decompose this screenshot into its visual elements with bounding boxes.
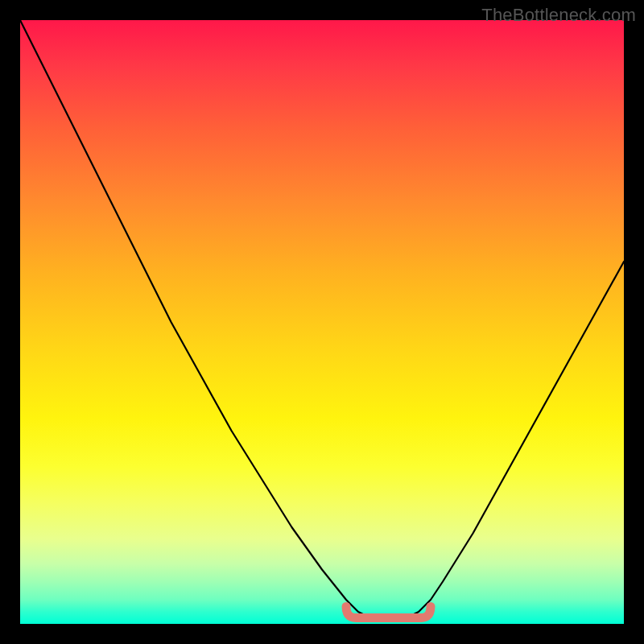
plot-area [20, 20, 624, 624]
chart-frame: TheBottleneck.com [0, 0, 644, 644]
chart-svg [20, 20, 624, 624]
bottleneck-curve [20, 20, 624, 618]
watermark-text: TheBottleneck.com [481, 5, 636, 26]
